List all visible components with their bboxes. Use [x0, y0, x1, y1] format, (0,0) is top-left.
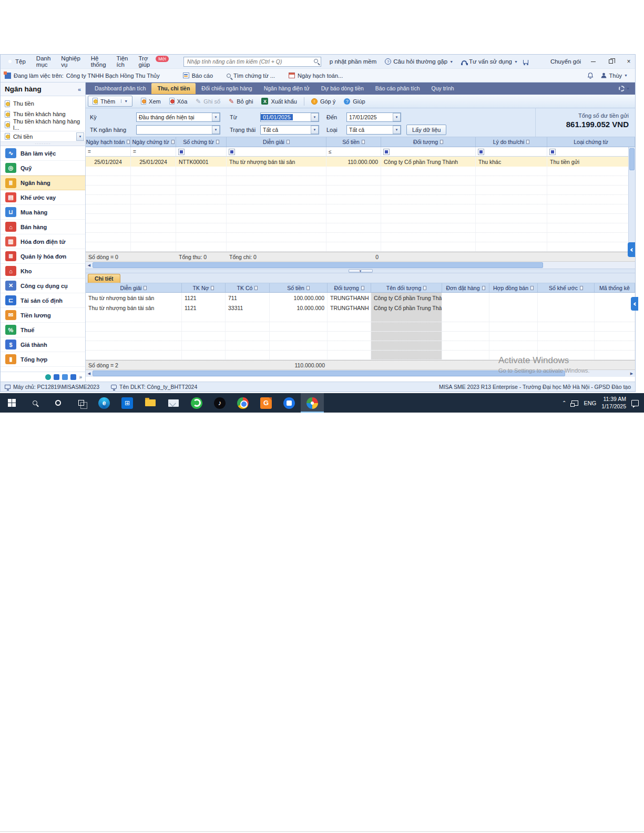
taskbar-orange-app[interactable]: G [254, 393, 278, 413]
filter-box-icon[interactable] [478, 149, 484, 155]
module-khe-uoc-vay[interactable]: ▤Khế ước vay [1, 190, 85, 205]
table-row[interactable]: Thu từ nhượng bán tài sản 1121 711 100.0… [86, 293, 635, 303]
upgrade-package-link[interactable]: Chuyển gói [547, 57, 584, 66]
to-date-field[interactable]: 17/01/2025▼ [346, 112, 401, 122]
action-center-icon[interactable] [631, 400, 639, 406]
table-row[interactable]: Thu từ nhượng bán tài sản 1121 33311 10.… [86, 303, 635, 313]
module-tien-luong[interactable]: ✉Tiền lương [1, 308, 85, 323]
menu-nghiep-vu[interactable]: Nghiệp vụ [56, 54, 85, 69]
filter-pin-icon[interactable] [306, 286, 310, 290]
scroll-left-icon[interactable]: ◀ [86, 263, 93, 268]
add-button[interactable]: Thêm▼ [88, 96, 132, 107]
filter-cell[interactable] [547, 147, 635, 156]
close-button[interactable]: × [620, 56, 638, 67]
module-cong-cu-dung-cu[interactable]: ✕Công cụ dụng cụ [1, 279, 85, 293]
cart-icon[interactable] [523, 60, 528, 64]
scroll-right-icon[interactable]: ▶ [628, 372, 635, 376]
filter-pin-icon[interactable] [211, 286, 214, 290]
dcol-tk-co[interactable]: TK Có [226, 283, 270, 292]
module-tong-hop[interactable]: ▮Tổng hợp [1, 352, 85, 367]
consult-link[interactable]: Tư vấn sử dụng▼ [458, 57, 521, 66]
filter-pin-icon[interactable] [440, 140, 443, 144]
filter-box-icon[interactable] [178, 149, 185, 155]
post-button[interactable]: ✎Ghi sổ [191, 96, 224, 107]
filter-pin-icon[interactable] [530, 286, 534, 290]
module-ngan-hang[interactable]: ⅢNgân hàng [1, 176, 85, 190]
filter-cell[interactable] [381, 147, 476, 156]
main-grid-vscrollbar[interactable] [628, 147, 635, 252]
dcol-don-dat-hang[interactable]: Đơn đặt hàng [442, 283, 489, 292]
sidebar-footer-icon-2[interactable] [54, 374, 59, 380]
dcol-hop-dong-ban[interactable]: Hợp đồng bán [489, 283, 538, 292]
bell-icon[interactable] [587, 72, 594, 79]
tab-quy-trinh[interactable]: Quy trình [426, 83, 460, 94]
dcol-ma-thong-ke[interactable]: Mã thống kê [595, 283, 635, 292]
module-quan-ly-hoa-don[interactable]: ≣Quản lý hóa đơn [1, 249, 85, 264]
main-grid-hscrollbar[interactable]: ◀ [86, 262, 635, 269]
taskbar-edge[interactable]: e [93, 393, 116, 413]
filter-cell[interactable] [227, 147, 326, 156]
filter-pin-icon[interactable] [526, 140, 529, 144]
dcol-so-khe-uoc[interactable]: Số khế ước [538, 283, 595, 292]
filter-pin-icon[interactable] [362, 140, 365, 144]
col-doi-tuong[interactable]: Đối tượng [381, 137, 476, 147]
feedback-button[interactable]: ↑Góp ý [307, 97, 340, 106]
taskbar-store[interactable]: ⊞ [116, 393, 139, 413]
sidebar-footer-icon-3[interactable] [62, 374, 68, 380]
menu-tien-ich[interactable]: Tiện ích [111, 54, 134, 69]
module-gia-thanh[interactable]: $Giá thành [1, 337, 85, 352]
col-so-chung-tu[interactable]: Số chứng từ [176, 137, 227, 147]
language-indicator[interactable]: ENG [584, 400, 596, 406]
module-ban-lam-viec[interactable]: ∿Bàn làm việc [1, 146, 85, 161]
cortana-button[interactable] [46, 393, 69, 413]
dcol-tk-no[interactable]: TK Nợ [182, 283, 226, 292]
col-ngay-chung-tu[interactable]: Ngày chứng từ [131, 137, 176, 147]
get-data-button[interactable]: Lấy dữ liệu [406, 125, 446, 135]
tab-dashboard-phan-tich[interactable]: Dashboard phân tích [89, 83, 151, 94]
feature-search-input[interactable] [183, 57, 321, 67]
col-dien-giai[interactable]: Diễn giải [227, 137, 326, 147]
filter-cell[interactable]: = [86, 147, 131, 156]
taskbar-coccoc[interactable] [185, 393, 208, 413]
scroll-left-icon[interactable]: ◀ [86, 372, 93, 376]
filter-pin-icon[interactable] [171, 140, 175, 144]
menu-he-thong[interactable]: Hệ thống [86, 54, 111, 69]
dcol-doi-tuong[interactable]: Đối tượng [328, 283, 371, 292]
taskbar-file-explorer[interactable] [139, 393, 162, 413]
sidebar-footer-icon-1[interactable] [45, 374, 51, 380]
type-select[interactable]: Tất cả▼ [346, 125, 401, 135]
filter-cell[interactable]: = [131, 147, 176, 156]
delete-button[interactable]: Xóa [165, 96, 192, 106]
filter-pin-icon[interactable] [423, 286, 426, 290]
module-ban-hang[interactable]: ⌂Bán hàng [1, 220, 85, 234]
module-mua-hang[interactable]: ⊔Mua hàng [1, 205, 85, 220]
table-row[interactable]: 25/01/2024 25/01/2024 NTTK00001 Thu từ n… [86, 157, 635, 167]
filter-pin-icon[interactable] [216, 140, 219, 144]
filter-box-icon[interactable] [549, 149, 556, 155]
start-button[interactable] [0, 393, 23, 413]
sidebar-item-chi-tien[interactable]: Chi tiền ▼ [1, 131, 85, 141]
find-voucher-button[interactable]: Tìm chứng từ ... [227, 73, 275, 79]
period-select[interactable]: Đầu tháng đến hiện tại▼ [136, 112, 220, 122]
chevron-down-icon[interactable]: ▼ [76, 132, 84, 141]
taskbar-blue-app[interactable] [278, 393, 301, 413]
scrollbar-thumb[interactable] [629, 148, 635, 170]
show-hidden-icons-button[interactable]: ⌃ [562, 400, 566, 406]
tab-du-bao-dong-tien[interactable]: Dự báo dòng tiền [315, 83, 370, 94]
tab-thu-chi-tien[interactable]: Thu, chi tiền [151, 83, 196, 94]
dcol-so-tien[interactable]: Số tiền [270, 283, 328, 292]
bank-account-select[interactable]: ▼ [136, 125, 220, 135]
filter-pin-icon[interactable] [144, 286, 147, 290]
filter-pin-icon[interactable] [287, 140, 290, 144]
unpost-button[interactable]: ✎Bỏ ghi [224, 96, 257, 107]
grid-splitter[interactable]: ▼ [86, 269, 635, 273]
filter-pin-icon[interactable] [254, 286, 258, 290]
col-so-tien[interactable]: Số tiền [326, 137, 381, 147]
collapse-panel-handle[interactable] [628, 242, 635, 257]
menu-danh-muc[interactable]: Danh mục [31, 54, 56, 69]
minimize-button[interactable] [584, 56, 602, 67]
col-loai-chung-tu[interactable]: Loại chứng từ [547, 137, 635, 147]
scrollbar-thumb[interactable] [93, 371, 565, 376]
filter-pin-icon[interactable] [361, 286, 364, 290]
tab-bao-cao-phan-tich[interactable]: Báo cáo phân tích [370, 83, 426, 94]
